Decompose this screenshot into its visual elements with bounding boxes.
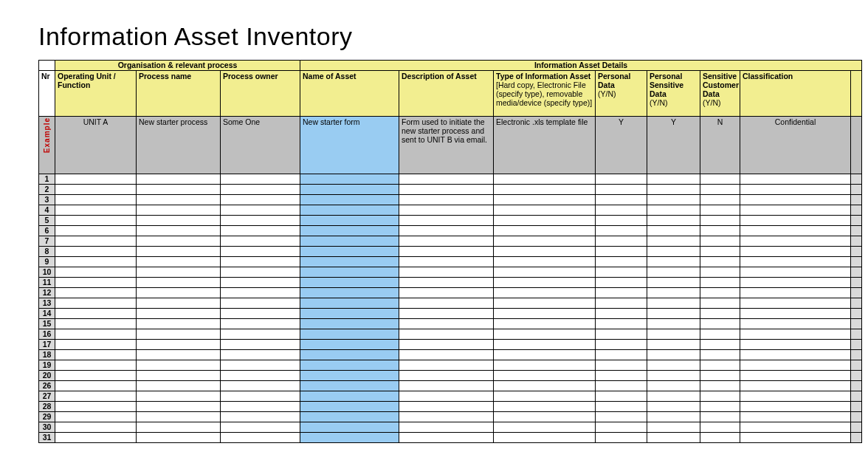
cell[interactable] [55, 298, 137, 309]
cell[interactable] [851, 329, 862, 340]
cell[interactable] [596, 236, 647, 247]
cell[interactable] [647, 381, 700, 391]
cell[interactable] [55, 267, 137, 278]
cell[interactable] [740, 278, 851, 288]
cell[interactable] [137, 298, 221, 309]
cell[interactable] [494, 236, 596, 247]
cell[interactable] [221, 360, 300, 371]
cell[interactable] [494, 216, 596, 226]
cell[interactable] [700, 205, 740, 216]
cell[interactable] [647, 360, 700, 371]
cell[interactable] [221, 185, 300, 195]
cell[interactable] [300, 422, 399, 433]
cell[interactable] [399, 195, 494, 205]
cell[interactable] [221, 267, 300, 278]
cell[interactable] [399, 402, 494, 412]
cell[interactable] [221, 247, 300, 257]
cell[interactable] [300, 298, 399, 309]
example-personal-sensitive[interactable]: Y [647, 117, 700, 174]
cell[interactable] [596, 433, 647, 443]
cell[interactable] [55, 360, 137, 371]
cell[interactable] [399, 257, 494, 267]
cell[interactable] [596, 391, 647, 402]
example-extra[interactable] [851, 117, 862, 174]
cell[interactable] [740, 402, 851, 412]
cell[interactable] [647, 402, 700, 412]
cell[interactable] [700, 185, 740, 195]
cell[interactable] [494, 278, 596, 288]
cell[interactable] [55, 402, 137, 412]
cell[interactable] [647, 309, 700, 319]
cell[interactable] [137, 402, 221, 412]
cell[interactable] [137, 247, 221, 257]
cell[interactable] [300, 257, 399, 267]
cell[interactable] [300, 371, 399, 381]
cell[interactable] [399, 205, 494, 216]
example-description[interactable]: Form used to initiate the new starter pr… [399, 117, 494, 174]
cell[interactable] [596, 371, 647, 381]
cell[interactable] [851, 340, 862, 350]
cell[interactable] [647, 422, 700, 433]
cell[interactable] [137, 205, 221, 216]
cell[interactable] [851, 381, 862, 391]
cell[interactable] [494, 226, 596, 236]
cell[interactable] [55, 381, 137, 391]
cell[interactable] [740, 309, 851, 319]
cell[interactable] [494, 360, 596, 371]
cell[interactable] [494, 205, 596, 216]
cell[interactable] [647, 340, 700, 350]
cell[interactable] [137, 391, 221, 402]
cell[interactable] [494, 340, 596, 350]
cell[interactable] [740, 371, 851, 381]
cell[interactable] [740, 391, 851, 402]
cell[interactable] [740, 288, 851, 298]
cell[interactable] [221, 205, 300, 216]
cell[interactable] [494, 381, 596, 391]
example-name-of-asset[interactable]: New starter form [300, 117, 399, 174]
cell[interactable] [740, 298, 851, 309]
cell[interactable] [700, 278, 740, 288]
cell[interactable] [740, 381, 851, 391]
cell[interactable] [740, 340, 851, 350]
example-sensitive-customer[interactable]: N [700, 117, 740, 174]
cell[interactable] [137, 422, 221, 433]
cell[interactable] [851, 360, 862, 371]
cell[interactable] [300, 205, 399, 216]
cell[interactable] [399, 391, 494, 402]
cell[interactable] [740, 195, 851, 205]
cell[interactable] [221, 257, 300, 267]
cell[interactable] [494, 195, 596, 205]
cell[interactable] [596, 278, 647, 288]
cell[interactable] [700, 391, 740, 402]
cell[interactable] [300, 288, 399, 298]
cell[interactable] [740, 329, 851, 340]
cell[interactable] [596, 226, 647, 236]
cell[interactable] [647, 216, 700, 226]
cell[interactable] [221, 412, 300, 422]
cell[interactable] [494, 247, 596, 257]
cell[interactable] [851, 195, 862, 205]
cell[interactable] [494, 267, 596, 278]
cell[interactable] [740, 226, 851, 236]
cell[interactable] [399, 278, 494, 288]
cell[interactable] [647, 350, 700, 360]
cell[interactable] [700, 412, 740, 422]
cell[interactable] [55, 391, 137, 402]
cell[interactable] [494, 298, 596, 309]
cell[interactable] [221, 422, 300, 433]
cell[interactable] [700, 195, 740, 205]
cell[interactable] [851, 257, 862, 267]
cell[interactable] [851, 391, 862, 402]
cell[interactable] [700, 298, 740, 309]
cell[interactable] [399, 371, 494, 381]
cell[interactable] [647, 433, 700, 443]
cell[interactable] [137, 185, 221, 195]
cell[interactable] [596, 205, 647, 216]
cell[interactable] [494, 433, 596, 443]
cell[interactable] [851, 412, 862, 422]
cell[interactable] [399, 329, 494, 340]
cell[interactable] [221, 391, 300, 402]
example-process-owner[interactable]: Some One [221, 117, 300, 174]
cell[interactable] [647, 174, 700, 185]
cell[interactable] [55, 422, 137, 433]
